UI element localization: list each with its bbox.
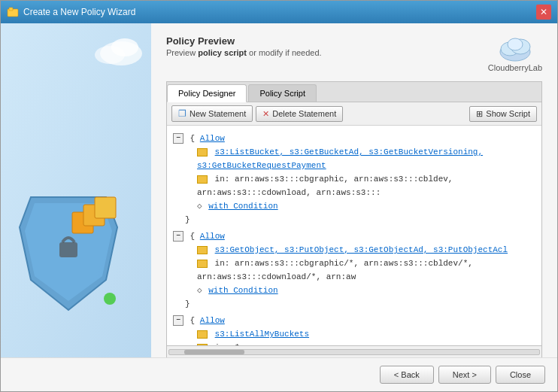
content-area: Policy Preview Preview policy script or … [1,23,557,357]
actions-link-1[interactable]: s3:ListBucket, s3:GetBucketAd, s3:GetBuc… [197,147,483,170]
right-panel: Policy Preview Preview policy script or … [151,23,557,357]
tree-condition-1: ◇ with Condition [197,199,535,213]
tree-close-1: } [185,213,535,226]
svg-point-13 [508,38,523,50]
svg-rect-1 [9,8,13,11]
page-subtitle: Preview policy script or modify if neede… [166,48,322,57]
expand-2[interactable]: − [173,231,183,242]
allow-link-3[interactable]: Allow [200,316,225,325]
page-title: Policy Preview [166,35,322,47]
svg-rect-5 [59,242,77,257]
tree-statement-2: − { Allow [173,229,535,243]
condition-link-1[interactable]: with Condition [208,202,277,211]
actions-link-2[interactable]: s3:GetObject, s3:PutObject, s3:GetObject… [215,245,508,254]
folder-icon-r1 [197,175,208,184]
tab-row: Policy Designer Policy Script [167,82,541,102]
new-statement-button[interactable]: ❐ New Statement [171,105,253,122]
allow-link-1[interactable]: Allow [200,134,225,143]
tree-statement-3: − { Allow [173,314,535,327]
expand-3[interactable]: − [173,315,183,326]
close-dialog-button[interactable]: Close [496,366,545,384]
close-button[interactable]: ✕ [536,5,551,20]
actions-link-3[interactable]: s3:ListAllMyBuckets [215,330,309,339]
tree-condition-2: ◇ with Condition [197,284,535,297]
title-bar-left: Create a New Policy Wizard [7,6,135,18]
svg-rect-9 [95,197,116,218]
tree-statement-1: − { Allow [173,132,535,145]
tab-policy-script[interactable]: Policy Script [248,84,317,102]
folder-icon-1 [197,148,208,156]
new-statement-icon: ❐ [178,108,187,119]
policy-tree: − { Allow s3:ListBucket, s3:GetBucketAd,… [167,126,541,345]
left-panel [1,23,151,357]
tab-policy-designer[interactable]: Policy Designer [167,84,247,102]
tree-close-2: } [185,297,535,311]
title-bar: Create a New Policy Wizard ✕ [1,1,557,23]
folder-icon-r2 [197,260,208,268]
main-window: Create a New Policy Wizard ✕ [0,0,558,392]
delete-statement-button[interactable]: ✕ Delete Statement [256,106,343,122]
arrow-icon-2: ◇ [197,286,202,295]
back-button[interactable]: < Back [380,366,434,384]
folder-icon-2 [197,246,208,254]
condition-link-2[interactable]: with Condition [208,286,277,295]
policy-title-section: Policy Preview Preview policy script or … [166,35,322,57]
shield-art [8,190,136,342]
logo-text: CloudberryLab [488,63,542,72]
window-title: Create a New Policy Wizard [23,7,135,17]
tree-resources-1: in: arn:aws:s3:::cbgraphic, arn:aws:s3::… [197,172,535,199]
next-button[interactable]: Next > [438,366,491,384]
cloudberry-logo: CloudberryLab [488,35,542,72]
tree-actions-2: s3:GetObject, s3:PutObject, s3:GetObject… [197,243,535,257]
folder-icon-3 [197,330,208,339]
cloud-art [83,31,144,71]
show-script-label: Show Script [486,109,530,118]
horizontal-scrollbar[interactable] [167,345,541,357]
window-icon [7,6,19,18]
delete-statement-label: Delete Statement [272,109,336,118]
arrow-icon-1: ◇ [197,202,202,211]
policy-header: Policy Preview Preview policy script or … [166,35,542,72]
bottom-bar: < Back Next > Close [1,357,557,391]
delete-icon: ✕ [262,109,269,119]
expand-1[interactable]: − [173,133,183,144]
toolbar: ❐ New Statement ✕ Delete Statement ⊞ Sho… [167,102,541,126]
tree-actions-3: s3:ListAllMyBuckets [197,327,535,341]
show-script-button[interactable]: ⊞ Show Script [469,106,537,122]
svg-point-6 [104,293,116,305]
tabs-container: Policy Designer Policy Script ❐ New Stat… [166,81,542,357]
tree-actions-1: s3:ListBucket, s3:GetBucketAd, s3:GetBuc… [197,145,535,172]
cloudberry-icon [496,35,534,62]
svg-point-4 [111,38,138,56]
allow-link-2[interactable]: Allow [200,232,225,241]
scrollbar-track [168,349,540,355]
tree-resources-2: in: arn:aws:s3:::cbgraphic/*, arn:aws:s3… [197,257,535,284]
script-icon: ⊞ [476,109,483,119]
scrollbar-thumb[interactable] [184,350,244,354]
new-statement-label: New Statement [190,109,246,118]
